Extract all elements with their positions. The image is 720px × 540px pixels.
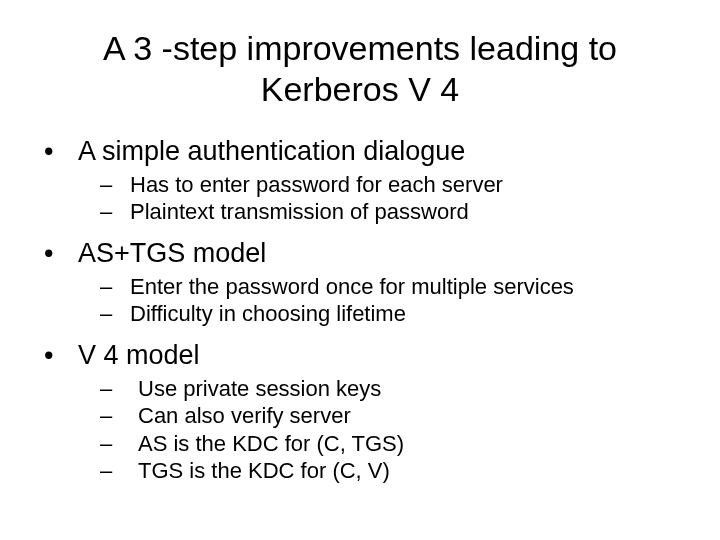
level1-text: V 4 model [78, 338, 200, 373]
dash-icon: – [100, 171, 130, 199]
level2-text: Has to enter password for each server [130, 171, 503, 199]
list-item: – Difficulty in choosing lifetime [40, 300, 680, 328]
dash-icon: – [100, 300, 130, 328]
sub-list: – Has to enter password for each server … [40, 171, 680, 226]
list-item: • A simple authentication dialogue – Has… [40, 134, 680, 226]
level2-text: TGS is the KDC for (C, V) [138, 457, 390, 485]
level1-row: • A simple authentication dialogue [40, 134, 680, 169]
level1-row: • V 4 model [40, 338, 680, 373]
bullet-list: • A simple authentication dialogue – Has… [40, 134, 680, 485]
level2-text: Plaintext transmission of password [130, 198, 469, 226]
slide: A 3 -step improvements leading to Kerber… [0, 0, 720, 540]
list-item: – AS is the KDC for (C, TGS) [40, 430, 680, 458]
dash-icon: – [100, 375, 138, 403]
list-item: – Has to enter password for each server [40, 171, 680, 199]
dash-icon: – [100, 430, 138, 458]
level2-text: Enter the password once for multiple ser… [130, 273, 574, 301]
dash-icon: – [100, 273, 130, 301]
bullet-icon: • [40, 338, 78, 373]
dash-icon: – [100, 198, 130, 226]
slide-title: A 3 -step improvements leading to Kerber… [40, 28, 680, 110]
level2-text: AS is the KDC for (C, TGS) [138, 430, 404, 458]
level2-text: Can also verify server [138, 402, 351, 430]
list-item: • AS+TGS model – Enter the password once… [40, 236, 680, 328]
dash-icon: – [100, 402, 138, 430]
level2-text: Use private session keys [138, 375, 381, 403]
sub-list: – Enter the password once for multiple s… [40, 273, 680, 328]
level2-text: Difficulty in choosing lifetime [130, 300, 406, 328]
level1-row: • AS+TGS model [40, 236, 680, 271]
level1-text: AS+TGS model [78, 236, 266, 271]
list-item: – Use private session keys [40, 375, 680, 403]
level1-text: A simple authentication dialogue [78, 134, 465, 169]
sub-list: – Use private session keys – Can also ve… [40, 375, 680, 485]
dash-icon: – [100, 457, 138, 485]
list-item: – Can also verify server [40, 402, 680, 430]
list-item: – Plaintext transmission of password [40, 198, 680, 226]
bullet-icon: • [40, 236, 78, 271]
list-item: • V 4 model – Use private session keys –… [40, 338, 680, 485]
bullet-icon: • [40, 134, 78, 169]
list-item: – TGS is the KDC for (C, V) [40, 457, 680, 485]
list-item: – Enter the password once for multiple s… [40, 273, 680, 301]
